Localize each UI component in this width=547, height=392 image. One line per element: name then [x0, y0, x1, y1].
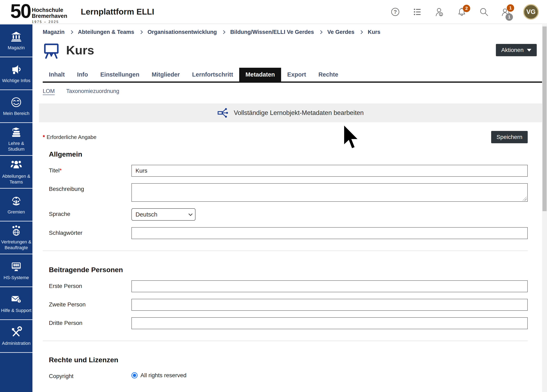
copyright-label: Copyright	[49, 371, 131, 379]
subtab-bar: LOM Taxonomiezuordnung	[43, 88, 528, 95]
sprache-selected-value: Deutsch	[136, 211, 157, 218]
sidebar: Magazin Wichtige Infos Mein Bereich Lehr…	[0, 24, 33, 392]
hochschule-bremerhaven-logo[interactable]: 50 Hochschule Bremerhaven 1975 – 2025	[10, 0, 67, 24]
tab-lernfortschritt[interactable]: Lernfortschritt	[186, 68, 239, 81]
sidebar-item-administration[interactable]: Administration	[0, 320, 33, 353]
breadcrumb-magazin[interactable]: Magazin	[43, 29, 65, 35]
dritte-person-input[interactable]	[131, 317, 528, 329]
top-header: 50 Hochschule Bremerhaven 1975 – 2025 Le…	[0, 0, 547, 24]
sidebar-item-vertretungen[interactable]: Vertretungen & Beauftragte	[0, 222, 33, 254]
save-button[interactable]: Speichern	[491, 131, 528, 143]
form-row-erste-person: Erste Person	[49, 280, 528, 292]
sidebar-item-magazin[interactable]: Magazin	[0, 24, 33, 57]
section-heading-beitragende: Beitragende Personen	[49, 266, 528, 274]
tab-info[interactable]: Info	[71, 68, 94, 81]
sidebar-item-hilfe-support[interactable]: ? Hilfe & Support	[0, 287, 33, 320]
app-title: Lernplattform ELLI	[81, 7, 154, 16]
breadcrumb-separator-icon	[139, 30, 143, 34]
contacts-icon[interactable]: 1 1	[501, 7, 511, 17]
page-title-row: Kurs Aktionen	[43, 41, 528, 59]
sidebar-item-abteilungen-teams[interactable]: Abteilungen & Teams	[0, 156, 33, 189]
chevron-down-icon	[189, 212, 193, 216]
tab-metadaten[interactable]: Metadaten	[239, 68, 281, 81]
logo-years: 1975 – 2025	[32, 20, 67, 24]
section-allgemein: Allgemein Titel* Beschreibung Sprache De…	[43, 150, 528, 239]
breadcrumb-separator-icon	[359, 30, 363, 34]
contacts-badge-bottom: 1	[506, 13, 513, 21]
section-beitragende-personen: Beitragende Personen Erste Person Zweite…	[43, 266, 528, 329]
subtab-taxonomiezuordnung[interactable]: Taxonomiezuordnung	[66, 88, 119, 95]
header-icon-bar: ? 2	[390, 4, 539, 20]
logo-name-1: Hochschule	[32, 7, 67, 13]
sprache-label: Sprache	[49, 208, 131, 217]
mail-question-icon: ?	[10, 293, 22, 305]
breadcrumb-ve-gerdes[interactable]: Ve Gerdes	[327, 29, 354, 35]
erste-person-input[interactable]	[131, 280, 528, 292]
section-heading-rechte: Rechte und Lizenzen	[49, 356, 528, 364]
subtab-lom[interactable]: LOM	[43, 88, 55, 95]
form-row-zweite-person: Zweite Person	[49, 299, 528, 311]
titel-input[interactable]	[131, 165, 528, 177]
all-rights-reserved-radio[interactable]	[131, 372, 137, 378]
form-row-sprache: Sprache Deutsch	[49, 208, 528, 221]
svg-text:?: ?	[394, 9, 397, 14]
sidebar-item-wichtige-infos[interactable]: Wichtige Infos	[0, 57, 33, 90]
zweite-person-input[interactable]	[131, 299, 528, 311]
required-asterisk: *	[43, 134, 47, 140]
banner-label: Vollständige Lernobjekt-Metadaten bearbe…	[234, 109, 364, 117]
sidebar-item-lehre-studium[interactable]: Lehre & Studium	[0, 123, 33, 156]
required-note: *Erforderliche Angabe	[43, 134, 96, 140]
books-graduation-icon	[10, 126, 22, 138]
tab-mitglieder[interactable]: Mitglieder	[146, 68, 186, 81]
zweite-person-label: Zweite Person	[49, 299, 131, 308]
breadcrumb-abteilungen-teams[interactable]: Abteilungen & Teams	[78, 29, 134, 35]
megaphone-icon	[10, 63, 22, 75]
list-icon[interactable]	[412, 7, 423, 17]
tab-rechte[interactable]: Rechte	[312, 68, 345, 81]
tab-inhalt[interactable]: Inhalt	[43, 68, 71, 81]
user-status-icon[interactable]	[434, 7, 445, 17]
sidebar-item-hs-systeme[interactable]: HS-Systeme	[0, 254, 33, 287]
tab-einstellungen[interactable]: Einstellungen	[94, 68, 146, 81]
required-asterisk: *	[60, 167, 62, 174]
sidebar-item-mein-bereich[interactable]: Mein Bereich	[0, 90, 33, 123]
vertical-scrollbar[interactable]	[542, 24, 547, 392]
breadcrumb-separator-icon	[319, 30, 322, 34]
monitor-password-icon	[10, 260, 22, 272]
edit-full-metadata-banner[interactable]: Vollständige Lernobjekt-Metadaten bearbe…	[39, 103, 542, 122]
erste-person-label: Erste Person	[49, 280, 131, 289]
actions-button[interactable]: Aktionen	[496, 44, 537, 56]
globe-people-icon	[10, 225, 22, 237]
resize-grip-icon[interactable]	[523, 197, 527, 201]
breadcrumb: Magazin Abteilungen & Teams Organisation…	[43, 29, 528, 35]
breadcrumb-kurs[interactable]: Kurs	[368, 29, 381, 35]
copyright-radio-row: All rights reserved	[131, 371, 528, 379]
section-heading-allgemein: Allgemein	[49, 150, 528, 158]
sidebar-item-gremien[interactable]: Gremien	[0, 189, 33, 222]
scrollbar-thumb[interactable]	[542, 27, 547, 211]
avatar[interactable]: VG	[523, 4, 539, 20]
logo-50: 50	[10, 3, 31, 20]
assembly-dome-icon	[10, 195, 22, 207]
breadcrumb-organisationsentwicklung[interactable]: Organisationsentwicklung	[148, 29, 217, 35]
titel-label: Titel*	[49, 165, 131, 174]
bank-icon	[10, 31, 22, 42]
svg-text:?: ?	[18, 299, 20, 303]
tools-icon	[10, 326, 22, 338]
beschreibung-textarea[interactable]	[131, 183, 528, 202]
tab-bar: Inhalt Info Einstellungen Mitglieder Ler…	[43, 68, 542, 83]
breadcrumb-bildung-wissen[interactable]: Bildung/Wissen/ELLI Ve Gerdes	[230, 29, 314, 35]
schlagwoerter-input[interactable]	[131, 227, 528, 239]
tab-export[interactable]: Export	[281, 68, 312, 81]
notifications-bell-icon[interactable]: 2	[457, 7, 467, 17]
smiley-icon	[10, 96, 22, 108]
form-row-schlagwoerter: Schlagwörter	[49, 227, 528, 239]
help-icon[interactable]: ?	[390, 7, 400, 17]
form-row-titel: Titel*	[49, 165, 528, 177]
search-icon[interactable]	[479, 7, 489, 17]
sprache-select[interactable]: Deutsch	[131, 208, 195, 221]
breadcrumb-separator-icon	[222, 30, 225, 34]
chevron-down-icon	[527, 49, 531, 52]
form-row-copyright: Copyright All rights reserved	[49, 371, 528, 379]
breadcrumb-separator-icon	[69, 30, 73, 34]
